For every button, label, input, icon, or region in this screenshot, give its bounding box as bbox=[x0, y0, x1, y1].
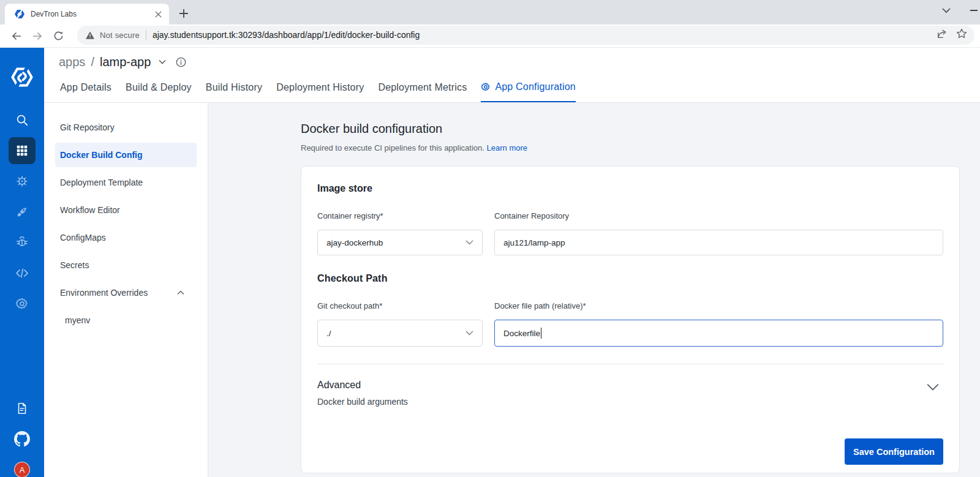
browser-tab-bar: DevTron Labs bbox=[0, 0, 980, 24]
docker-config-card: Image store Container registry* ajay-doc… bbox=[301, 166, 960, 473]
docker-build-arguments-label: Docker build arguments bbox=[317, 397, 408, 407]
tab-app-configuration[interactable]: App Configuration bbox=[481, 81, 576, 102]
git-checkout-path-select[interactable]: ./ bbox=[317, 320, 483, 347]
not-secure-warning-icon[interactable] bbox=[86, 31, 94, 39]
subnav-workflow-editor[interactable]: Workflow Editor bbox=[55, 198, 197, 222]
charts-gear-icon[interactable] bbox=[9, 168, 36, 195]
settings-gear-icon[interactable] bbox=[9, 290, 36, 317]
text-caret bbox=[541, 328, 541, 339]
subnav-deployment-template[interactable]: Deployment Template bbox=[55, 170, 197, 195]
url-text[interactable]: ajay.studentsupport.tk:30293/dashboard/a… bbox=[153, 30, 937, 40]
app-header: apps / lamp-app App Details Build & Depl… bbox=[44, 48, 980, 103]
code-icon[interactable] bbox=[9, 260, 36, 287]
container-repository-label: Container Repository bbox=[494, 211, 943, 220]
omnibox-separator bbox=[146, 30, 146, 40]
deploy-rocket-icon[interactable] bbox=[9, 198, 36, 225]
subnav-docker-build-config[interactable]: Docker Build Config bbox=[55, 143, 197, 167]
save-configuration-button[interactable]: Save Configuration bbox=[845, 438, 943, 465]
breadcrumb-app-name: lamp-app bbox=[100, 55, 151, 69]
window-minimize-button[interactable] bbox=[970, 10, 978, 11]
tab-build-deploy[interactable]: Build & Deploy bbox=[126, 81, 192, 102]
primary-sidebar: A bbox=[0, 48, 44, 477]
bookmark-star-icon[interactable] bbox=[956, 28, 967, 42]
tab-app-details[interactable]: App Details bbox=[60, 81, 111, 102]
tab-deployment-history[interactable]: Deployment History bbox=[276, 81, 364, 102]
page-subtitle: Required to execute CI pipelines for thi… bbox=[301, 143, 960, 152]
subnav-environment-overrides[interactable]: Environment Overrides bbox=[55, 280, 197, 305]
image-store-heading: Image store bbox=[317, 183, 943, 194]
subnav-git-repository[interactable]: Git Repository bbox=[55, 115, 197, 140]
checkout-path-heading: Checkout Path bbox=[317, 273, 943, 284]
documentation-icon[interactable] bbox=[9, 395, 36, 422]
github-icon[interactable] bbox=[9, 426, 36, 453]
git-checkout-path-label: Git checkout path* bbox=[317, 301, 483, 310]
devtron-logo[interactable] bbox=[10, 65, 34, 89]
back-button[interactable] bbox=[6, 26, 27, 47]
tab-deployment-metrics[interactable]: Deployment Metrics bbox=[378, 81, 467, 102]
tab-title: DevTron Labs bbox=[31, 10, 153, 18]
tab-build-history[interactable]: Build History bbox=[206, 81, 262, 102]
app-configuration-gear-icon bbox=[481, 82, 491, 92]
app-tabs: App Details Build & Deploy Build History… bbox=[60, 81, 576, 102]
new-tab-button[interactable] bbox=[175, 5, 192, 22]
collapse-chevron-up-icon bbox=[177, 290, 184, 295]
devtron-favicon bbox=[15, 9, 24, 19]
tab-search-chevron-icon[interactable] bbox=[942, 5, 951, 16]
browser-url-bar: Not secure ajay.studentsupport.tk:30293/… bbox=[0, 24, 980, 48]
container-repository-input[interactable]: aju121/lamp-app bbox=[494, 230, 943, 255]
browser-tab[interactable]: DevTron Labs bbox=[5, 4, 169, 24]
advanced-expand-chevron-icon[interactable] bbox=[927, 382, 939, 393]
applications-icon[interactable] bbox=[9, 137, 36, 164]
select-chevron-icon bbox=[466, 331, 473, 336]
docker-file-path-input[interactable]: Dockerfile bbox=[494, 320, 943, 347]
not-secure-label: Not secure bbox=[100, 31, 140, 40]
breadcrumb-apps[interactable]: apps bbox=[59, 55, 85, 69]
app-switcher-chevron-icon[interactable] bbox=[159, 59, 166, 64]
config-sidebar: Git Repository Docker Build Config Deplo… bbox=[44, 103, 208, 477]
learn-more-link[interactable]: Learn more bbox=[487, 143, 527, 152]
tab-close-icon[interactable] bbox=[153, 9, 163, 19]
subnav-secrets[interactable]: Secrets bbox=[55, 253, 197, 277]
advanced-heading: Advanced bbox=[317, 380, 408, 391]
select-chevron-icon bbox=[466, 240, 473, 245]
search-icon[interactable] bbox=[9, 107, 36, 133]
page-title: Docker build configuration bbox=[301, 122, 960, 136]
container-registry-select[interactable]: ajay-dockerhub bbox=[317, 230, 483, 255]
share-icon[interactable] bbox=[937, 28, 948, 42]
advanced-divider bbox=[317, 364, 943, 364]
address-bar[interactable]: Not secure ajay.studentsupport.tk:30293/… bbox=[77, 26, 974, 45]
reload-button[interactable] bbox=[48, 26, 69, 47]
subnav-myenv[interactable]: myenv bbox=[55, 308, 197, 332]
forward-button[interactable] bbox=[27, 26, 48, 47]
container-registry-label: Container registry* bbox=[317, 211, 483, 220]
user-avatar[interactable]: A bbox=[14, 462, 30, 477]
content-area: Docker build configuration Required to e… bbox=[208, 103, 980, 477]
docker-file-path-label: Docker file path (relative)* bbox=[494, 301, 943, 310]
breadcrumb: apps / lamp-app bbox=[59, 52, 965, 72]
bug-icon[interactable] bbox=[9, 229, 36, 256]
subnav-configmaps[interactable]: ConfigMaps bbox=[55, 225, 197, 250]
app-info-icon[interactable] bbox=[176, 57, 186, 67]
